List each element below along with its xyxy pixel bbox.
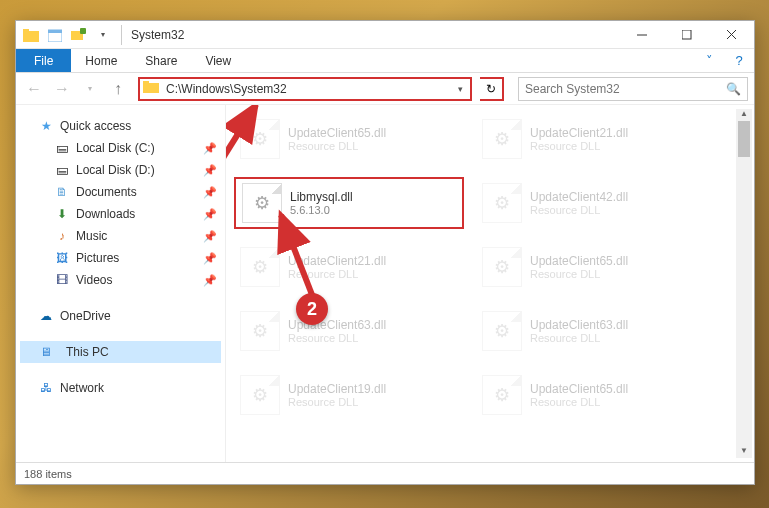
file-item[interactable]: ⚙UpdateClient19.dllResource DLL — [234, 369, 464, 421]
titlebar: ▾ System32 — [16, 21, 754, 49]
sidebar-onedrive[interactable]: ☁OneDrive — [20, 305, 221, 327]
onedrive-icon: ☁ — [38, 308, 54, 324]
scroll-up-icon[interactable]: ▲ — [736, 109, 752, 121]
file-item[interactable]: ⚙UpdateClient63.dllResource DLL — [476, 305, 706, 357]
file-subtitle: Resource DLL — [288, 332, 386, 344]
folder-icon — [20, 24, 42, 46]
dll-file-icon: ⚙ — [240, 375, 280, 415]
star-icon: ★ — [38, 118, 54, 134]
sidebar-this-pc[interactable]: 🖥This PC — [20, 341, 221, 363]
sidebar-item-videos[interactable]: 🎞Videos📌 — [20, 269, 221, 291]
folder-icon — [143, 80, 161, 98]
gear-icon: ⚙ — [494, 128, 510, 150]
annotation-arrow-1 — [226, 105, 286, 195]
dll-file-icon: ⚙ — [482, 247, 522, 287]
dll-file-icon: ⚙ — [482, 183, 522, 223]
sidebar-item-pictures[interactable]: 🖼Pictures📌 — [20, 247, 221, 269]
pc-icon: 🖥 — [38, 344, 54, 360]
help-icon[interactable]: ? — [724, 49, 754, 72]
file-subtitle: Resource DLL — [530, 332, 628, 344]
svg-rect-1 — [23, 29, 29, 32]
scroll-down-icon[interactable]: ▼ — [736, 446, 752, 458]
address-text[interactable]: C:\Windows\System32 — [164, 82, 450, 96]
recent-dropdown-icon[interactable]: ▾ — [78, 77, 102, 101]
back-button[interactable]: ← — [22, 77, 46, 101]
tab-view[interactable]: View — [191, 49, 245, 72]
sidebar-item-music[interactable]: ♪Music📌 — [20, 225, 221, 247]
file-item[interactable]: ⚙UpdateClient42.dllResource DLL — [476, 177, 706, 229]
sidebar-item-documents[interactable]: 🗎Documents📌 — [20, 181, 221, 203]
pin-icon: 📌 — [203, 274, 217, 287]
sidebar-network[interactable]: 🖧Network — [20, 377, 221, 399]
tab-home[interactable]: Home — [71, 49, 131, 72]
file-name: UpdateClient65.dll — [530, 382, 628, 396]
file-subtitle: Resource DLL — [530, 204, 628, 216]
navbar: ← → ▾ ↑ C:\Windows\System32 ▾ ↻ 🔍 — [16, 73, 754, 105]
file-subtitle: Resource DLL — [530, 140, 628, 152]
gear-icon: ⚙ — [252, 384, 268, 406]
address-dropdown-icon[interactable]: ▾ — [450, 84, 470, 94]
scroll-thumb[interactable] — [738, 121, 750, 157]
up-button[interactable]: ↑ — [106, 77, 130, 101]
file-name: UpdateClient42.dll — [530, 190, 628, 204]
svg-line-13 — [226, 105, 256, 185]
statusbar: 188 items — [16, 462, 754, 484]
refresh-button[interactable]: ↻ — [480, 77, 504, 101]
minimize-button[interactable] — [619, 21, 664, 49]
sidebar-item-local-disk-c[interactable]: 🖴Local Disk (C:)📌 — [20, 137, 221, 159]
pictures-icon: 🖼 — [54, 250, 70, 266]
explorer-window: ▾ System32 File Home Share View ˅ ? ← → … — [15, 20, 755, 485]
file-menu[interactable]: File — [16, 49, 71, 72]
file-subtitle: Resource DLL — [530, 268, 628, 280]
file-pane: ⚙UpdateClient65.dllResource DLL⚙UpdateCl… — [226, 105, 754, 462]
sidebar-item-downloads[interactable]: ⬇Downloads📌 — [20, 203, 221, 225]
new-folder-icon[interactable] — [68, 24, 90, 46]
file-item[interactable]: ⚙UpdateClient21.dllResource DLL — [476, 113, 706, 165]
sidebar: ★ Quick access 🖴Local Disk (C:)📌 🖴Local … — [16, 105, 226, 462]
gear-icon: ⚙ — [494, 192, 510, 214]
pin-icon: 📌 — [203, 252, 217, 265]
file-subtitle: Resource DLL — [288, 396, 386, 408]
close-button[interactable] — [709, 21, 754, 49]
quick-access-header[interactable]: ★ Quick access — [20, 115, 221, 137]
drive-icon: 🖴 — [54, 162, 70, 178]
downloads-icon: ⬇ — [54, 206, 70, 222]
search-icon[interactable]: 🔍 — [726, 82, 741, 96]
pin-icon: 📌 — [203, 186, 217, 199]
search-input[interactable] — [525, 82, 726, 96]
file-item[interactable]: ⚙UpdateClient65.dllResource DLL — [476, 241, 706, 293]
ribbon-expand-icon[interactable]: ˅ — [694, 49, 724, 72]
pin-icon: 📌 — [203, 230, 217, 243]
tab-share[interactable]: Share — [131, 49, 191, 72]
svg-rect-0 — [23, 31, 39, 42]
videos-icon: 🎞 — [54, 272, 70, 288]
file-subtitle: Resource DLL — [530, 396, 628, 408]
item-count: 188 items — [24, 468, 72, 480]
file-name: Libmysql.dll — [290, 190, 353, 204]
maximize-button[interactable] — [664, 21, 709, 49]
music-icon: ♪ — [54, 228, 70, 244]
sidebar-item-local-disk-d[interactable]: 🖴Local Disk (D:)📌 — [20, 159, 221, 181]
file-subtitle: Resource DLL — [288, 140, 386, 152]
gear-icon: ⚙ — [494, 320, 510, 342]
file-name: UpdateClient63.dll — [530, 318, 628, 332]
address-bar[interactable]: C:\Windows\System32 ▾ — [138, 77, 472, 101]
search-box[interactable]: 🔍 — [518, 77, 748, 101]
file-item[interactable]: ⚙UpdateClient65.dllResource DLL — [476, 369, 706, 421]
dll-file-icon: ⚙ — [482, 119, 522, 159]
qat-dropdown-icon[interactable]: ▾ — [92, 24, 114, 46]
svg-rect-11 — [143, 81, 149, 84]
scrollbar[interactable]: ▲ ▼ — [736, 109, 752, 458]
pin-icon: 📌 — [203, 142, 217, 155]
annotation-marker-2: 2 — [296, 293, 328, 325]
svg-rect-3 — [48, 30, 62, 33]
properties-icon[interactable] — [44, 24, 66, 46]
svg-rect-7 — [682, 30, 691, 39]
ribbon: File Home Share View ˅ ? — [16, 49, 754, 73]
svg-line-15 — [281, 215, 316, 305]
pin-icon: 📌 — [203, 208, 217, 221]
svg-rect-5 — [80, 28, 86, 34]
file-name: UpdateClient21.dll — [530, 126, 628, 140]
file-name: UpdateClient19.dll — [288, 382, 386, 396]
forward-button[interactable]: → — [50, 77, 74, 101]
